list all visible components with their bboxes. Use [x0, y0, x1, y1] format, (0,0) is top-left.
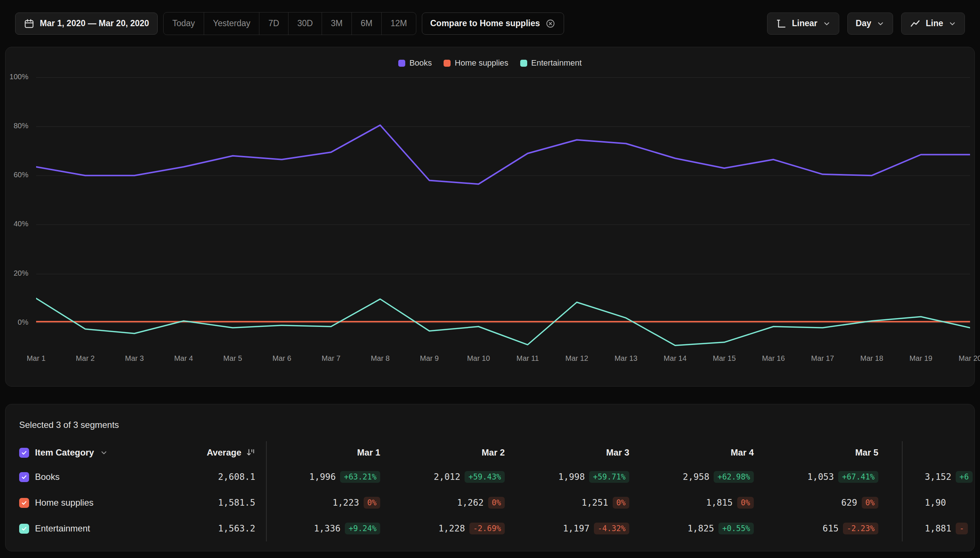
selected-summary: Selected 3 of 3 segments	[19, 404, 961, 430]
change-badge: -2.69%	[469, 523, 505, 534]
value-cell: 1,825+0.55%	[629, 515, 754, 542]
chart-legend: BooksHome suppliesEntertainment	[5, 58, 975, 68]
preset-30d[interactable]: 30D	[288, 13, 322, 34]
cell-value: 629	[841, 497, 857, 508]
row-label: Books	[35, 472, 60, 482]
calendar-icon	[24, 18, 34, 29]
cell-value: 1,228	[438, 524, 465, 534]
cell-value: 3,152	[925, 472, 951, 482]
chart-type-label: Line	[926, 18, 943, 28]
value-cell: 1,336+9.24%	[277, 515, 380, 542]
value-cell: 1,90	[902, 490, 975, 515]
date-range-label: Mar 1, 2020 — Mar 20, 2020	[40, 18, 149, 28]
line-chart-icon	[910, 18, 921, 29]
y-axis-tick: 80%	[5, 121, 28, 130]
y-axis-tick: 0%	[5, 318, 28, 327]
value-cell: 1,996+63.21%	[277, 464, 380, 490]
chart-settings-group: Linear Day Line	[767, 13, 965, 34]
chevron-down-icon	[948, 20, 956, 28]
value-cell: 1,2620%	[380, 490, 505, 515]
change-badge: -2.23%	[843, 523, 878, 534]
compare-label: Compare to Home supplies	[430, 18, 540, 28]
legend-item-home_supplies[interactable]: Home supplies	[444, 58, 508, 68]
category-chevron-icon[interactable]	[100, 448, 108, 457]
value-cell: 1,881-	[902, 515, 975, 542]
change-badge: +67.41%	[838, 471, 878, 483]
date-header-label: Mar 1	[357, 447, 380, 458]
chart-type-selector[interactable]: Line	[901, 13, 965, 34]
change-badge: 0%	[737, 497, 754, 509]
spacer	[878, 515, 902, 542]
preset-12m[interactable]: 12M	[381, 13, 416, 34]
linear-axis-icon	[775, 18, 787, 29]
column-divider	[266, 441, 267, 542]
change-badge: +63.21%	[340, 471, 380, 483]
scale-label: Linear	[792, 18, 817, 28]
value-cell: 2,958+62.98%	[629, 464, 754, 490]
segments-table: Item CategoryAverageMar 1Mar 2Mar 3Mar 4…	[19, 441, 961, 542]
line-chart[interactable]	[36, 73, 970, 357]
average-cell: 2,608.1	[174, 464, 255, 490]
cell-value: 1,053	[807, 472, 834, 482]
average-header-label: Average	[206, 447, 241, 458]
average-cell: 1,581.5	[174, 490, 255, 515]
scale-selector[interactable]: Linear	[767, 13, 839, 34]
date-presets: Today Yesterday 7D 30D 3M 6M 12M	[163, 12, 416, 35]
preset-3m[interactable]: 3M	[322, 13, 351, 34]
table-header-row: Item CategoryAverageMar 1Mar 2Mar 3Mar 4…	[19, 441, 961, 464]
legend-item-books[interactable]: Books	[398, 58, 432, 68]
date-range-picker[interactable]: Mar 1, 2020 — Mar 20, 2020	[15, 13, 158, 34]
row-checkbox-books[interactable]	[19, 472, 29, 482]
topbar: Mar 1, 2020 — Mar 20, 2020 Today Yesterd…	[0, 0, 980, 47]
cell-value: 2,012	[434, 472, 460, 482]
value-cell: 1,2510%	[505, 490, 629, 515]
y-axis-tick: 40%	[5, 220, 28, 228]
row-checkbox-entertainment[interactable]	[19, 524, 29, 534]
cell-value: 1,262	[457, 497, 483, 508]
change-badge: 0%	[488, 497, 505, 509]
cell-value: 1,336	[314, 524, 341, 534]
table-row: Home supplies1,581.51,2230%1,2620%1,2510…	[19, 490, 961, 515]
value-cell: 6290%	[754, 490, 878, 515]
granularity-selector[interactable]: Day	[847, 13, 893, 34]
y-axis-tick: 20%	[5, 269, 28, 277]
granularity-label: Day	[856, 18, 871, 28]
y-axis-tick: 100%	[5, 72, 28, 81]
change-badge: -	[956, 523, 968, 534]
remove-compare-icon[interactable]	[545, 18, 556, 29]
preset-7d[interactable]: 7D	[259, 13, 288, 34]
segments-card: Selected 3 of 3 segments Item CategoryAv…	[5, 404, 975, 551]
legend-item-entertainment[interactable]: Entertainment	[520, 58, 582, 68]
cell-value: 1,881	[925, 524, 951, 534]
cell-value: 1,90	[925, 497, 946, 508]
legend-swatch-books	[398, 60, 405, 67]
legend-label: Entertainment	[531, 58, 582, 68]
table-row: Books2,608.11,996+63.21%2,012+59.43%1,99…	[19, 464, 961, 490]
change-badge: +0.55%	[718, 523, 754, 534]
legend-label: Home supplies	[455, 58, 508, 68]
cell-value: 1,251	[581, 497, 608, 508]
cell-value: 1,825	[687, 524, 714, 534]
preset-yesterday[interactable]: Yesterday	[204, 13, 259, 34]
average-value: 1,581.5	[218, 497, 255, 508]
value-cell: 3,152+6	[902, 464, 975, 490]
row-category: Home supplies	[19, 490, 174, 515]
date-header	[902, 441, 975, 464]
value-cell: 1,8150%	[629, 490, 754, 515]
average-cell: 1,563.2	[174, 515, 255, 542]
change-badge: +59.43%	[465, 471, 505, 483]
row-checkbox-home_supplies[interactable]	[19, 498, 29, 508]
cell-value: 1,996	[309, 472, 336, 482]
change-badge: 0%	[364, 497, 380, 509]
value-cell: 1,228-2.69%	[380, 515, 505, 542]
select-all-checkbox[interactable]	[19, 448, 29, 458]
preset-today[interactable]: Today	[164, 13, 204, 34]
preset-6m[interactable]: 6M	[351, 13, 381, 34]
chevron-down-icon	[823, 20, 831, 28]
date-header-label: Mar 2	[482, 447, 505, 458]
row-category: Books	[19, 464, 174, 490]
cell-value: 1,223	[332, 497, 359, 508]
sort-icon[interactable]	[246, 448, 255, 457]
date-header: Mar 2	[380, 441, 505, 464]
compare-button[interactable]: Compare to Home supplies	[422, 13, 564, 34]
